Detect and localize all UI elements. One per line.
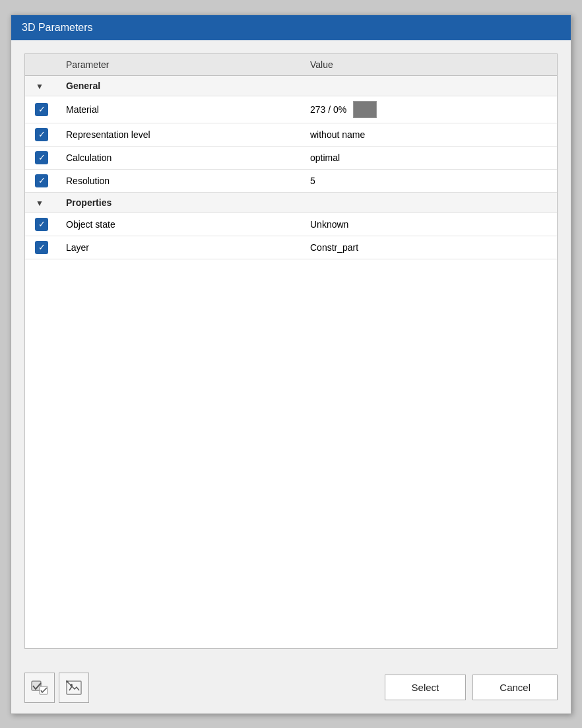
col-header-value: Value — [302, 54, 557, 76]
section-row-properties[interactable]: ▼Properties — [25, 192, 557, 213]
table-row: ✓Object stateUnknown — [25, 213, 557, 236]
checkbox-cell[interactable]: ✓ — [25, 236, 58, 259]
value-cell: Unknown — [302, 213, 557, 236]
checkbox-checked[interactable]: ✓ — [35, 241, 48, 254]
checkbox-cell[interactable]: ✓ — [25, 213, 58, 236]
parameter-cell: Representation level — [58, 123, 302, 146]
table-header-row: Parameter Value — [25, 54, 557, 76]
section-label: Properties — [58, 192, 557, 213]
parameter-cell: Object state — [58, 213, 302, 236]
checkbox-checked[interactable]: ✓ — [35, 174, 48, 187]
select-button[interactable]: Select — [385, 675, 467, 700]
chevron-icon: ▼ — [36, 199, 44, 208]
checkbox-cell[interactable]: ✓ — [25, 96, 58, 123]
parameter-cell: Material — [58, 96, 302, 123]
material-value: 273 / 0% — [310, 101, 549, 118]
content-area: Parameter Value ▼General✓Material273 / 0… — [11, 40, 571, 662]
table-row: ✓Resolution5 — [25, 169, 557, 192]
parameter-cell: Calculation — [58, 146, 302, 169]
section-chevron-cell: ▼ — [25, 75, 58, 96]
table-row: ✓LayerConstr_part — [25, 236, 557, 259]
table-row: ✓Representation levelwithout name — [25, 123, 557, 146]
dialog-title: 3D Parameters — [22, 22, 93, 33]
col-header-checkbox — [25, 54, 58, 76]
select-by-image-button[interactable] — [59, 673, 89, 703]
color-swatch[interactable] — [353, 101, 377, 118]
material-text: 273 / 0% — [310, 104, 346, 115]
section-chevron-cell: ▼ — [25, 192, 58, 213]
footer-left-buttons — [24, 673, 89, 703]
chevron-icon: ▼ — [36, 82, 44, 91]
value-cell: Constr_part — [302, 236, 557, 259]
footer-right-buttons: Select Cancel — [385, 675, 558, 700]
checkbox-checked[interactable]: ✓ — [35, 151, 48, 164]
parameters-table: Parameter Value ▼General✓Material273 / 0… — [25, 54, 557, 259]
checkbox-checked[interactable]: ✓ — [35, 128, 48, 141]
dialog-3d-parameters: 3D Parameters Parameter Value ▼ — [11, 15, 571, 714]
section-row-general[interactable]: ▼General — [25, 75, 557, 96]
cancel-button[interactable]: Cancel — [472, 675, 558, 700]
checkbox-checked[interactable]: ✓ — [35, 218, 48, 231]
table-row: ✓Material273 / 0% — [25, 96, 557, 123]
check-all-button[interactable] — [24, 673, 55, 703]
section-label: General — [58, 75, 557, 96]
value-cell: 5 — [302, 169, 557, 192]
svg-point-3 — [70, 684, 73, 686]
table-row: ✓Calculationoptimal — [25, 146, 557, 169]
select-image-icon — [66, 680, 82, 695]
value-cell: without name — [302, 123, 557, 146]
col-header-parameter: Parameter — [58, 54, 302, 76]
value-cell: optimal — [302, 146, 557, 169]
parameter-cell: Layer — [58, 236, 302, 259]
parameters-table-container: Parameter Value ▼General✓Material273 / 0… — [24, 53, 558, 649]
footer: Select Cancel — [11, 662, 571, 713]
value-cell: 273 / 0% — [302, 96, 557, 123]
title-bar: 3D Parameters — [11, 15, 571, 40]
checkbox-cell[interactable]: ✓ — [25, 123, 58, 146]
check-all-icon — [31, 680, 48, 695]
checkbox-checked[interactable]: ✓ — [35, 103, 48, 116]
parameter-cell: Resolution — [58, 169, 302, 192]
checkbox-cell[interactable]: ✓ — [25, 169, 58, 192]
checkbox-cell[interactable]: ✓ — [25, 146, 58, 169]
